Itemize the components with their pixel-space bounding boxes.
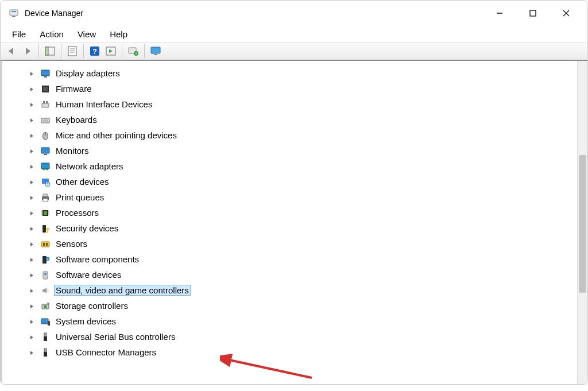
tree-item-other-devices[interactable]: ▶Other devices — [29, 174, 577, 189]
tree-item-universal-serial-bus-controllers[interactable]: ▶Universal Serial Bus controllers — [29, 329, 577, 344]
tree-item-keyboards[interactable]: ▶Keyboards — [29, 112, 577, 127]
menu-file[interactable]: File — [6, 28, 32, 40]
svg-rect-21 — [154, 54, 157, 55]
svg-rect-2 — [11, 11, 16, 12]
tree-item-label[interactable]: Human Interface Devices — [54, 99, 154, 110]
tree-item-print-queues[interactable]: ▶Print queues — [29, 189, 577, 205]
tree-item-label[interactable]: Other devices — [54, 176, 111, 187]
expand-icon[interactable]: ▶ — [30, 257, 34, 262]
tree-item-sound-video-and-game-controllers[interactable]: ▶Sound, video and game controllers — [29, 282, 577, 298]
tree-item-label[interactable]: Keyboards — [54, 114, 99, 125]
tree-item-storage-controllers[interactable]: ▶Storage controllers — [29, 298, 577, 313]
svg-text:?: ? — [92, 47, 97, 56]
keyboard-icon — [40, 115, 51, 125]
software-component-icon — [40, 254, 51, 265]
tree-item-sensors[interactable]: ▶Sensors — [29, 236, 577, 251]
minimize-button[interactable] — [483, 1, 516, 26]
expand-icon[interactable]: ▶ — [30, 86, 34, 92]
device-tree[interactable]: ▶Display adapters▶Firmware▶Human Interfa… — [1, 61, 577, 384]
expand-icon[interactable]: ▶ — [30, 133, 34, 138]
svg-rect-0 — [10, 10, 18, 16]
tree-item-security-devices[interactable]: ▶Security devices — [29, 220, 577, 236]
sound-icon — [40, 285, 51, 296]
content-area: ▶Display adapters▶Firmware▶Human Interfa… — [1, 60, 587, 384]
tree-item-usb-connector-managers[interactable]: ▶USB Connector Managers — [29, 344, 577, 360]
tree-item-label[interactable]: Software devices — [54, 269, 123, 280]
tree-item-network-adapters[interactable]: ▶Network adapters — [29, 158, 577, 174]
other-icon — [40, 177, 51, 187]
expand-icon[interactable]: ▶ — [30, 334, 34, 340]
properties-button[interactable] — [65, 44, 80, 58]
expand-icon[interactable]: ▶ — [30, 350, 34, 355]
close-button[interactable] — [550, 1, 583, 26]
expand-icon[interactable]: ▶ — [30, 241, 34, 247]
tree-item-label[interactable]: Universal Serial Bus controllers — [54, 331, 177, 342]
mouse-icon — [40, 130, 51, 141]
menu-help[interactable]: Help — [104, 28, 133, 40]
scrollbar[interactable] — [577, 61, 587, 384]
tree-item-label[interactable]: Print queues — [54, 192, 106, 203]
tree-item-human-interface-devices[interactable]: ▶Human Interface Devices — [29, 96, 577, 112]
tree-item-label[interactable]: Storage controllers — [54, 300, 130, 311]
monitor-icon — [40, 146, 51, 156]
sensor-icon — [40, 239, 51, 249]
tree-item-firmware[interactable]: ▶Firmware — [29, 81, 577, 96]
toolbar-separator — [83, 44, 84, 58]
cpu-icon — [40, 208, 51, 218]
tree-item-label[interactable]: USB Connector Managers — [54, 347, 158, 358]
svg-text:+: + — [135, 52, 137, 56]
tree-item-label[interactable]: Software components — [54, 254, 141, 265]
expand-icon[interactable]: ▶ — [30, 71, 34, 76]
expand-icon[interactable]: ▶ — [30, 117, 34, 123]
toolbar: ? + — [1, 42, 587, 60]
tree-item-label[interactable]: Sensors — [54, 238, 89, 249]
tree-item-label[interactable]: Mice and other pointing devices — [54, 130, 179, 141]
tree-item-display-adapters[interactable]: ▶Display adapters — [29, 65, 577, 81]
usb-icon — [40, 332, 51, 342]
tree-item-label[interactable]: Display adapters — [54, 68, 122, 79]
tree-item-label[interactable]: Sound, video and game controllers — [54, 285, 191, 296]
security-icon — [40, 223, 51, 234]
expand-icon[interactable]: ▶ — [30, 164, 34, 169]
expand-icon[interactable]: ▶ — [30, 272, 34, 278]
tree-item-monitors[interactable]: ▶Monitors — [29, 143, 577, 158]
action-button[interactable] — [103, 44, 118, 58]
toolbar-separator — [144, 44, 145, 58]
toolbar-separator — [38, 44, 39, 58]
window-controls — [483, 1, 583, 26]
tree-item-mice-and-other-pointing-devices[interactable]: ▶Mice and other pointing devices — [29, 127, 577, 143]
back-button[interactable] — [4, 44, 19, 58]
menu-view[interactable]: View — [72, 28, 102, 40]
expand-icon[interactable]: ▶ — [30, 148, 34, 154]
expand-icon[interactable]: ▶ — [30, 319, 34, 324]
expand-icon[interactable]: ▶ — [30, 226, 34, 231]
help-button[interactable]: ? — [87, 44, 102, 58]
expand-icon[interactable]: ▶ — [30, 179, 34, 185]
tree-item-label[interactable]: Security devices — [54, 223, 120, 234]
svg-rect-9 — [68, 47, 76, 56]
tree-item-label[interactable]: Network adapters — [54, 161, 125, 172]
toolbar-separator — [61, 44, 61, 58]
tree-item-label[interactable]: Firmware — [54, 83, 94, 94]
show-hide-console-button[interactable] — [42, 44, 57, 58]
tree-item-label[interactable]: Processors — [54, 207, 100, 218]
expand-icon[interactable]: ▶ — [30, 288, 34, 293]
expand-icon[interactable]: ▶ — [30, 195, 34, 200]
network-icon — [40, 161, 51, 172]
tree-item-processors[interactable]: ▶Processors — [29, 205, 577, 220]
tree-item-label[interactable]: System devices — [54, 316, 118, 327]
tree-item-label[interactable]: Monitors — [54, 145, 91, 156]
monitor-toolbar-button[interactable] — [148, 44, 163, 58]
maximize-button[interactable] — [516, 1, 550, 26]
expand-icon[interactable]: ▶ — [30, 102, 34, 107]
tree-item-software-components[interactable]: ▶Software components — [29, 251, 577, 267]
menu-action[interactable]: Action — [34, 28, 69, 40]
expand-icon[interactable]: ▶ — [30, 303, 34, 309]
forward-button[interactable] — [20, 44, 35, 58]
tree-item-system-devices[interactable]: ▶System devices — [29, 313, 577, 329]
printer-icon — [40, 192, 51, 203]
scan-hardware-button[interactable]: + — [126, 44, 141, 58]
tree-item-software-devices[interactable]: ▶Software devices — [29, 267, 577, 282]
scrollbar-thumb[interactable] — [579, 155, 586, 293]
expand-icon[interactable]: ▶ — [30, 210, 34, 216]
